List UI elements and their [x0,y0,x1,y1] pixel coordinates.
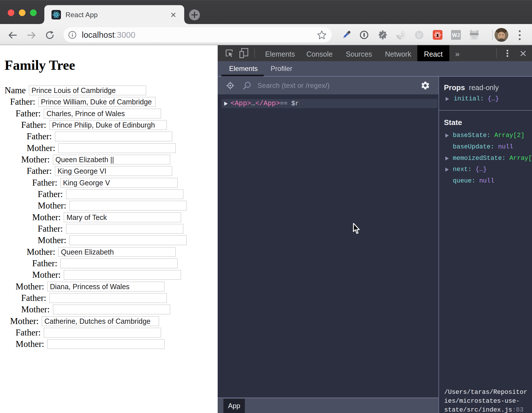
svg-text:WJ: WJ [452,32,460,38]
svg-text:ember: ember [470,37,478,40]
svg-text:U: U [417,32,421,38]
